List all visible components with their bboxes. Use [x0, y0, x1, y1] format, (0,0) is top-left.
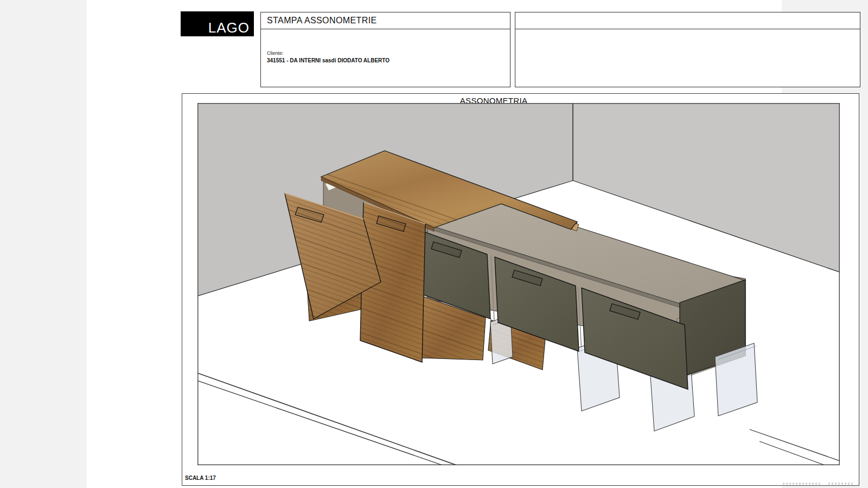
axonometric-scene	[197, 103, 840, 465]
lago-logo: LAGO	[181, 11, 254, 36]
illegible-stamp	[783, 483, 854, 485]
client-block: Cliente: 341551 - DA INTERNI sasdi DIODA…	[267, 50, 390, 63]
page-background: LAGO STAMPA ASSONOMETRIE Cliente: 341551…	[0, 0, 868, 488]
client-label: Cliente:	[267, 50, 390, 56]
lago-logo-text: LAGO	[208, 21, 250, 35]
title-row: STAMPA ASSONOMETRIE	[261, 12, 510, 29]
paper-sheet: LAGO STAMPA ASSONOMETRIE Cliente: 341551…	[87, 0, 782, 488]
info-box-header	[515, 12, 860, 29]
scale-label: SCALA 1:17	[185, 475, 216, 481]
client-value: 341551 - DA INTERNI sasdi DIODATO ALBERT…	[267, 57, 390, 63]
title-box: STAMPA ASSONOMETRIE Cliente: 341551 - DA…	[260, 12, 510, 87]
info-box-empty	[515, 12, 860, 87]
drawing-frame: ASSONOMETRIA	[182, 93, 859, 486]
document-title: STAMPA ASSONOMETRIE	[267, 16, 377, 25]
